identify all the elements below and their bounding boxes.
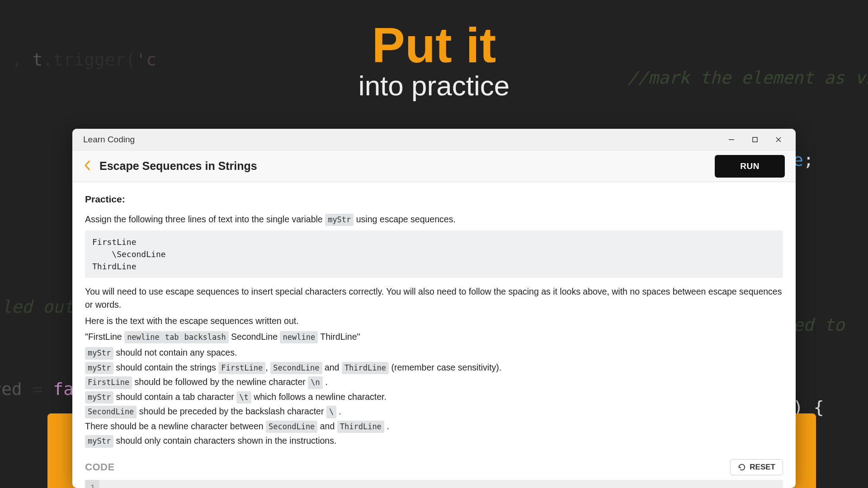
- seq-a: "FirstLine: [85, 332, 122, 342]
- check2-chip-b: SecondLine: [270, 362, 322, 375]
- reset-icon: [738, 463, 746, 471]
- check2-text-a: should contain the strings: [113, 362, 218, 372]
- check4-text-a: should contain a tab character: [113, 392, 236, 402]
- hero-headline: Put it into practice: [359, 23, 509, 102]
- svg-rect-1: [753, 137, 757, 142]
- check2-sep1: ,: [265, 362, 270, 372]
- lesson-title: Escape Sequences in Strings: [99, 160, 257, 173]
- check3-chip-b: \n: [308, 376, 322, 389]
- back-button[interactable]: [83, 160, 91, 173]
- checks-list: myStr should not contain any spaces. myS…: [85, 346, 783, 448]
- check1-text: should not contain any spaces.: [113, 347, 237, 357]
- run-button[interactable]: RUN: [715, 155, 785, 178]
- check6-chip-b: ThirdLine: [337, 421, 384, 433]
- example-output: FirstLine \SecondLine ThirdLine: [85, 230, 783, 278]
- check2-chip-c: ThirdLine: [342, 362, 389, 375]
- seq-chip-newline2: newline: [280, 331, 318, 344]
- seq-chip-newline1: newline: [124, 331, 162, 344]
- check2-chip: myStr: [85, 362, 113, 375]
- maximize-button[interactable]: [743, 131, 767, 148]
- chevron-left-icon: [83, 160, 91, 171]
- check7-chip: myStr: [85, 435, 113, 448]
- seq-chip-tab: tab: [162, 331, 182, 344]
- check4-chip-b: \t: [236, 391, 251, 404]
- minimize-button[interactable]: [720, 131, 743, 148]
- check4-chip: myStr: [85, 391, 113, 404]
- note-2: Here is the text with the escape sequenc…: [85, 314, 783, 328]
- note-1: You will need to use escape sequences to…: [85, 285, 783, 312]
- intro-text-b: using escape sequences.: [356, 214, 456, 224]
- close-icon: [775, 136, 782, 143]
- headline-line2: into practice: [359, 70, 509, 102]
- lesson-header: Escape Sequences in Strings RUN: [72, 150, 796, 182]
- editor-gutter: 1 2 3: [85, 480, 99, 488]
- close-button[interactable]: [767, 131, 790, 148]
- check5-text-a: should be preceded by the backslash char…: [137, 406, 326, 416]
- line-number: 1: [90, 483, 95, 488]
- seq-chip-backslash: backslash: [182, 331, 229, 344]
- check6-text-b: .: [384, 421, 389, 431]
- check6-sep: and: [317, 421, 337, 431]
- code-editor[interactable]: 1 2 3: [85, 480, 783, 488]
- reset-label: RESET: [750, 463, 775, 472]
- check6-text-a: There should be a newline character betw…: [85, 421, 266, 431]
- check4-text-b: which follows a newline character.: [251, 392, 387, 402]
- code-section: CODE RESET 1 2 3: [72, 459, 796, 488]
- check6-chip-a: SecondLine: [266, 421, 317, 433]
- intro-code-chip: myStr: [325, 214, 354, 226]
- practice-heading: Practice:: [85, 192, 783, 206]
- app-window: Learn Coding Escape Sequences in Strings…: [72, 129, 796, 488]
- minimize-icon: [728, 136, 735, 143]
- check5-text-b: .: [336, 406, 341, 416]
- maximize-icon: [752, 136, 758, 143]
- seq-b: SecondLine: [231, 332, 278, 342]
- check2-sep2: and: [322, 362, 342, 372]
- headline-line1: Put it: [359, 23, 509, 67]
- lesson-content: Practice: Assign the following three lin…: [72, 182, 796, 459]
- intro-text-a: Assign the following three lines of text…: [85, 214, 325, 224]
- check7-text: should only contain characters shown in …: [113, 436, 336, 446]
- code-label: CODE: [85, 461, 115, 473]
- check3-chip: FirstLine: [85, 376, 132, 389]
- seq-c: ThirdLine": [320, 332, 360, 342]
- check5-chip: SecondLine: [85, 406, 137, 418]
- window-titlebar: Learn Coding: [72, 129, 796, 150]
- check2-text-b: (remember case sensitivity).: [389, 362, 501, 372]
- window-title: Learn Coding: [83, 135, 135, 145]
- check3-text-b: .: [323, 377, 328, 387]
- reset-button[interactable]: RESET: [730, 459, 783, 475]
- check2-chip-a: FirstLine: [218, 362, 265, 375]
- check5-chip-b: \: [326, 406, 336, 418]
- check3-text-a: should be followed by the newline charac…: [132, 377, 308, 387]
- check1-chip: myStr: [85, 347, 113, 360]
- editor-area[interactable]: [99, 480, 783, 488]
